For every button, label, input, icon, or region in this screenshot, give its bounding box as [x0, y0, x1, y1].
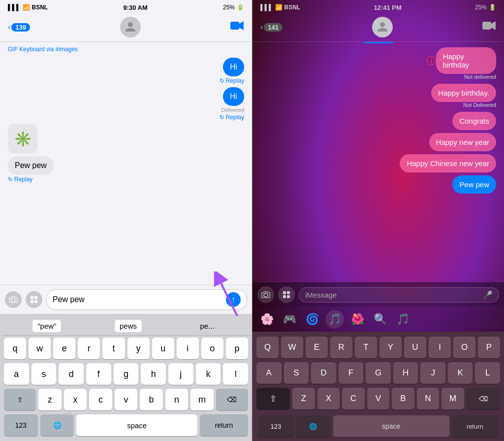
- key-m[interactable]: m: [190, 389, 214, 410]
- camera-button-right[interactable]: [257, 286, 274, 303]
- key-r-globe[interactable]: 🌐: [296, 415, 331, 437]
- message-input-wrapper-left[interactable]: Pew pew ↑: [46, 289, 247, 310]
- status-not-delivered-1: Not delivered: [464, 74, 496, 80]
- key-f[interactable]: f: [86, 363, 111, 385]
- prediction-3[interactable]: pe...: [195, 320, 220, 332]
- key-r-space[interactable]: space: [333, 415, 449, 437]
- back-button-left[interactable]: ‹ 139: [8, 23, 30, 32]
- key-r-G[interactable]: G: [366, 362, 391, 384]
- replay-btn-3[interactable]: Replay: [8, 176, 32, 183]
- key-a[interactable]: a: [4, 363, 29, 385]
- key-r-S[interactable]: S: [284, 362, 309, 384]
- key-c[interactable]: c: [89, 389, 112, 410]
- key-123[interactable]: 123: [4, 414, 38, 436]
- video-button-right[interactable]: [482, 21, 496, 34]
- key-u[interactable]: u: [152, 338, 174, 359]
- key-r-M[interactable]: M: [441, 388, 464, 409]
- contact-avatar-right[interactable]: [372, 17, 393, 37]
- svg-rect-5: [31, 300, 33, 303]
- key-q[interactable]: q: [4, 338, 26, 359]
- sticker-6[interactable]: 🔍: [371, 310, 389, 329]
- message-input-left[interactable]: Pew pew: [53, 295, 226, 304]
- key-shift[interactable]: ⇧: [4, 389, 36, 410]
- sticker-7[interactable]: 🎵: [393, 310, 412, 329]
- key-x[interactable]: x: [64, 389, 87, 410]
- apps-button-left[interactable]: [26, 291, 42, 308]
- key-r-R[interactable]: R: [330, 337, 352, 358]
- key-o[interactable]: o: [201, 338, 223, 359]
- contact-avatar-left[interactable]: [120, 17, 141, 37]
- apps-button-right[interactable]: [278, 286, 295, 303]
- mic-icon-right[interactable]: 🎤: [483, 290, 493, 300]
- key-v[interactable]: v: [115, 389, 138, 410]
- key-r-W[interactable]: W: [281, 337, 303, 358]
- key-p[interactable]: p: [226, 338, 248, 359]
- key-r-E[interactable]: E: [306, 337, 328, 358]
- key-r-X[interactable]: X: [317, 388, 340, 409]
- key-r-T[interactable]: T: [355, 337, 377, 358]
- send-button-left[interactable]: ↑: [226, 292, 241, 307]
- sticker-5[interactable]: 🌺: [348, 310, 367, 329]
- key-r-H[interactable]: H: [393, 362, 418, 384]
- message-input-right[interactable]: iMessage: [305, 291, 483, 299]
- signal-icon-right: ▌▌▌: [260, 4, 273, 11]
- key-r-V[interactable]: V: [367, 388, 390, 409]
- key-g[interactable]: g: [114, 363, 139, 385]
- key-s[interactable]: s: [32, 363, 57, 385]
- key-r-B[interactable]: B: [392, 388, 414, 409]
- prediction-2[interactable]: pews: [115, 320, 142, 332]
- key-r-123[interactable]: 123: [258, 415, 293, 437]
- key-r-F[interactable]: F: [339, 362, 364, 384]
- key-t[interactable]: t: [102, 338, 125, 359]
- key-delete[interactable]: ⌫: [216, 389, 248, 410]
- sticker-4[interactable]: 🎵: [325, 310, 344, 329]
- signal-icon-left: ▌▌▌: [8, 4, 21, 11]
- chevron-left-icon-right: ‹: [260, 23, 263, 32]
- key-r-N[interactable]: N: [417, 388, 440, 409]
- sticker-2[interactable]: 🎮: [280, 310, 299, 329]
- key-r-delete[interactable]: ⌫: [467, 388, 500, 409]
- key-r-K[interactable]: K: [448, 362, 473, 384]
- key-return[interactable]: return: [200, 414, 248, 436]
- key-n[interactable]: n: [165, 389, 189, 410]
- time-left: 9:30 AM: [123, 4, 147, 11]
- key-i[interactable]: i: [177, 338, 199, 359]
- key-r-U[interactable]: U: [404, 337, 426, 358]
- camera-button-left[interactable]: [5, 291, 22, 308]
- message-input-wrapper-right[interactable]: iMessage 🎤: [299, 287, 499, 303]
- replay-btn-1[interactable]: Replay: [220, 77, 244, 84]
- key-r-A[interactable]: A: [256, 362, 282, 384]
- key-r-C[interactable]: C: [342, 388, 365, 409]
- key-e[interactable]: e: [53, 338, 75, 359]
- key-d[interactable]: d: [59, 363, 84, 385]
- sticker-1[interactable]: 🌸: [257, 310, 276, 329]
- key-space[interactable]: space: [76, 414, 197, 436]
- key-r-Q[interactable]: Q: [256, 337, 279, 358]
- key-r-Y[interactable]: Y: [379, 337, 402, 358]
- key-r-Z[interactable]: Z: [292, 388, 315, 409]
- key-r-O[interactable]: O: [453, 337, 475, 358]
- key-r-L[interactable]: L: [475, 362, 500, 384]
- key-r-shift[interactable]: ⇧: [256, 388, 290, 409]
- key-r[interactable]: r: [78, 338, 100, 359]
- key-z[interactable]: z: [38, 389, 62, 410]
- sticker-3[interactable]: 🌀: [303, 310, 321, 329]
- key-y[interactable]: y: [127, 338, 150, 359]
- key-w[interactable]: w: [29, 338, 51, 359]
- key-r-return[interactable]: return: [452, 415, 498, 437]
- key-b[interactable]: b: [140, 389, 163, 410]
- prediction-1[interactable]: "pew": [32, 320, 61, 332]
- back-button-right[interactable]: ‹ 141: [260, 23, 283, 32]
- key-j[interactable]: j: [168, 363, 193, 385]
- avatar-circle-left: [120, 17, 141, 37]
- video-button-left[interactable]: [230, 21, 244, 34]
- key-r-J[interactable]: J: [420, 362, 445, 384]
- key-r-P[interactable]: P: [478, 337, 500, 358]
- replay-btn-2[interactable]: Replay: [220, 114, 244, 121]
- key-l[interactable]: l: [223, 363, 248, 385]
- key-r-I[interactable]: I: [429, 337, 451, 358]
- key-r-D[interactable]: D: [311, 362, 336, 384]
- key-h[interactable]: h: [141, 363, 166, 385]
- key-k[interactable]: k: [196, 363, 221, 385]
- key-globe[interactable]: 🌐: [40, 414, 74, 436]
